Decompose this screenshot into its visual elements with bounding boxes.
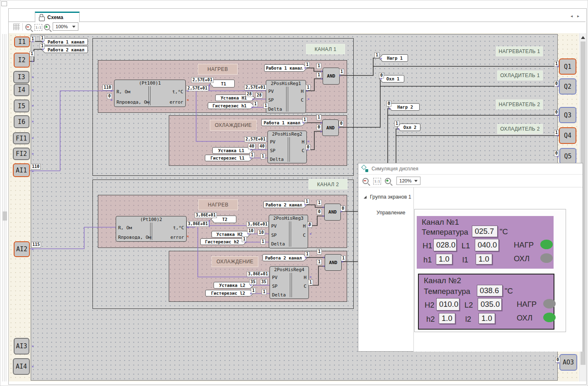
io-block-ao3[interactable]: AO3 xyxy=(559,354,577,371)
pin-marker: × xyxy=(306,89,308,93)
scroll-up-icon[interactable] xyxy=(580,34,586,41)
display-panel-channel-2[interactable]: Канал №2 Температура 038.6 "C H2 010.0 L… xyxy=(418,274,554,330)
group-label: КАНАЛ 1 xyxy=(306,44,345,54)
pin-marker: × xyxy=(338,125,340,129)
h-label: H1 xyxy=(423,241,432,250)
variable-tag[interactable]: Гистерезис l1 xyxy=(205,155,250,161)
io-block-q5[interactable]: Q5 xyxy=(559,148,576,164)
group-label: ОХЛАДИТЕЛЬ 2 xyxy=(497,124,543,134)
tree-item-screen-group[interactable]: Группа экранов 1 xyxy=(364,194,411,200)
simulation-titlebar[interactable]: Симуляция дисплея xyxy=(358,163,583,175)
variable-tag[interactable]: Гистерезис l2 xyxy=(205,290,251,296)
sim-zoom-dropdown[interactable]: 120% xyxy=(396,177,420,185)
io-block-ai1[interactable]: AI1 xyxy=(13,163,30,177)
zoom-level-dropdown[interactable]: 100% xyxy=(53,22,78,31)
zoom-reset-icon[interactable]: 1:1 xyxy=(34,24,42,31)
variable-tag[interactable]: Работа 2 канал xyxy=(44,46,88,53)
function-block[interactable]: (Pt100)1R, Омt,°CRпровода, Омerror xyxy=(114,80,186,107)
variable-tag[interactable]: Гистерезис h2 xyxy=(200,238,244,245)
pin-marker: × xyxy=(556,64,559,68)
io-block-fi1[interactable]: FI1 xyxy=(13,132,30,144)
io-block-ai2[interactable]: AI2 xyxy=(14,241,30,257)
sim-zoom-in-icon[interactable] xyxy=(385,178,391,184)
variable-tag[interactable]: Гистерезис h1 xyxy=(208,102,251,109)
io-block-q3[interactable]: Q3 xyxy=(559,107,576,123)
variable-tag[interactable]: Работа 2 канал xyxy=(262,254,304,261)
heat-label: НАГР xyxy=(517,300,537,309)
and-gate[interactable]: AND xyxy=(323,68,340,85)
lhys-value-field[interactable]: 1.0 xyxy=(476,254,492,265)
function-block[interactable]: 2PosHisReg4PVHSPCDelta xyxy=(270,266,309,299)
zoom-out-icon[interactable] xyxy=(25,24,32,30)
pin-marker: × xyxy=(187,234,189,238)
tab-scroll-right-icon[interactable]: ▸ xyxy=(577,14,579,18)
value-label: 1 xyxy=(374,52,379,58)
grid-toggle-icon[interactable] xyxy=(13,24,20,30)
function-block[interactable]: (Pt100)2R, Омt,°CRпровода, Омerror xyxy=(116,216,187,242)
zoom-in-icon[interactable] xyxy=(44,24,50,30)
function-block[interactable]: 2PosHisReg1PVHSPCDelta xyxy=(266,80,306,113)
temp-value-field[interactable]: 025.7 xyxy=(472,226,498,237)
display-panel-channel-1[interactable]: Канал №1 Температура 025.7 "C H1 028.0 L… xyxy=(417,216,554,269)
tab-schema-label: Схема xyxy=(47,15,63,20)
io-block-i1[interactable]: I1 xyxy=(14,36,30,47)
value-label: 10 xyxy=(258,230,265,235)
splitter-grip[interactable] xyxy=(2,34,7,381)
tree-expanded-icon[interactable] xyxy=(364,196,367,199)
variable-tag[interactable]: Нагр 1 xyxy=(381,54,408,62)
chevron-down-icon xyxy=(414,180,418,182)
pin-marker: × xyxy=(556,155,559,159)
and-gate[interactable]: AND xyxy=(325,254,342,271)
io-block-i2[interactable]: I2 xyxy=(14,53,30,68)
lock-icon xyxy=(39,17,45,21)
and-gate[interactable]: AND xyxy=(322,119,339,136)
variable-tag[interactable]: Уставка L2 xyxy=(214,282,251,289)
pin-marker: × xyxy=(32,104,34,108)
variable-tag[interactable]: Работа 1 канал xyxy=(261,119,303,126)
h-value-field[interactable]: 028.0 xyxy=(433,239,457,251)
io-block-fi2[interactable]: FI2 xyxy=(13,148,30,160)
variable-tag[interactable]: Уставка L1 xyxy=(212,147,250,154)
variable-tag[interactable]: T1 xyxy=(212,80,235,87)
io-block-q1[interactable]: Q1 xyxy=(559,58,576,75)
value-label: 28 xyxy=(245,91,253,97)
and-gate[interactable]: AND xyxy=(324,204,341,221)
splitter-handle[interactable] xyxy=(2,211,7,221)
pin-marker: × xyxy=(341,260,343,264)
variable-tag[interactable]: Работа 1 канал xyxy=(44,38,88,45)
io-block-i3[interactable]: I3 xyxy=(13,71,29,83)
l-value-field[interactable]: 040.0 xyxy=(475,239,499,251)
sim-zoom-out-icon[interactable] xyxy=(362,178,369,184)
hys-value-field[interactable]: 1.0 xyxy=(439,313,455,324)
tree-item-screen[interactable]: Управление xyxy=(377,210,406,216)
lhys-value-field[interactable]: 1.0 xyxy=(479,313,495,324)
io-block-ai3[interactable]: AI3 xyxy=(14,338,29,354)
hys-value-field[interactable]: 1.0 xyxy=(436,254,452,265)
variable-tag[interactable]: Нагр 2 xyxy=(391,103,420,111)
variable-tag[interactable]: Охл 1 xyxy=(381,75,404,83)
variable-tag[interactable]: Охл 2 xyxy=(399,124,420,131)
variable-tag[interactable]: Работа 1 канал xyxy=(264,64,304,72)
heat-indicator-led xyxy=(543,299,556,308)
io-block-i4[interactable]: I4 xyxy=(14,84,29,96)
io-block-q4[interactable]: Q4 xyxy=(559,127,576,144)
h-value-field[interactable]: 010.0 xyxy=(436,298,459,311)
io-block-i5[interactable]: I5 xyxy=(14,100,29,112)
function-block[interactable]: 2PosHisReg3PVHSPCDelta xyxy=(269,215,308,248)
group-label: НАГРЕВАТЕЛЬ 2 xyxy=(496,100,543,109)
io-block-i6[interactable]: I6 xyxy=(14,115,29,128)
pin-marker: × xyxy=(42,47,44,51)
io-block-ai4[interactable]: AI4 xyxy=(13,358,30,375)
tab-schema[interactable]: Схема xyxy=(35,12,80,22)
function-block[interactable]: 2PosHisReg2PVHSPCDelta xyxy=(267,131,307,163)
temp-value-field[interactable]: 038.6 xyxy=(477,285,503,296)
sim-zoom-reset-icon[interactable]: 1:1 xyxy=(373,178,381,185)
pin-marker: × xyxy=(250,156,252,160)
lhys-label: l1 xyxy=(462,255,468,265)
tab-scroll-left-icon[interactable]: ◂ xyxy=(571,14,573,18)
l-value-field[interactable]: 035.0 xyxy=(478,298,502,311)
simulation-window[interactable]: Симуляция дисплея 1:1 120% Группа экрано… xyxy=(358,163,583,352)
chevron-down-icon xyxy=(72,26,75,28)
io-block-q2[interactable]: Q2 xyxy=(559,78,576,95)
variable-tag[interactable]: Работа 2 канал xyxy=(263,201,304,208)
